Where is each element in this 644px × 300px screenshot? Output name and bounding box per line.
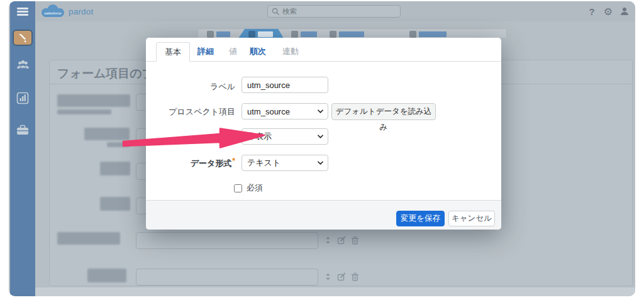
edit-icon[interactable]	[337, 272, 346, 281]
chevron-down-icon	[318, 135, 323, 138]
sidebar-item-reports[interactable]	[10, 92, 35, 104]
field-input-row	[136, 269, 318, 286]
chevron-down-icon	[318, 109, 323, 113]
help-icon[interactable]: ?	[585, 1, 599, 21]
left-sidebar	[10, 21, 35, 296]
tab-values[interactable]: 値	[229, 46, 237, 57]
required-checkbox-label: 必須	[247, 182, 263, 194]
tab-advanced[interactable]: 詳細	[197, 46, 214, 57]
data-format-label: データ形式*	[146, 158, 235, 169]
required-asterisk: *	[232, 158, 235, 164]
type-select[interactable]: 非表示	[242, 128, 328, 145]
blurred-label	[57, 109, 111, 114]
form-wizard-steps	[197, 28, 507, 38]
search-input[interactable]	[282, 8, 396, 15]
field-label-label: ラベル	[146, 81, 235, 92]
hamburger-menu-button[interactable]	[10, 1, 35, 21]
required-asterisk: *	[232, 131, 235, 138]
prospect-field-select[interactable]: utm_source	[242, 103, 328, 119]
required-checkbox-row: 必須	[234, 182, 263, 194]
blurred-label	[100, 197, 130, 211]
briefcase-icon	[16, 125, 29, 136]
pencil-icon	[18, 33, 28, 43]
row-actions	[324, 272, 359, 281]
app-window: salesforce pardot ? ⚙	[9, 1, 635, 296]
user-profile-icon[interactable]	[616, 1, 633, 21]
tab-progressive[interactable]: 順次	[250, 46, 266, 57]
top-navigation-bar: salesforce pardot ? ⚙	[9, 1, 635, 21]
dialog-footer: 変更を保存 キャンセル	[146, 200, 501, 230]
blurred-label	[57, 232, 120, 245]
prospect-field-label: プロスペクト項目	[146, 106, 235, 118]
row-actions	[324, 236, 359, 245]
type-label: 種別*	[146, 131, 235, 143]
pardot-wordmark: pardot	[69, 7, 93, 16]
sort-icon[interactable]	[324, 236, 332, 245]
chevron-down-icon	[318, 161, 323, 165]
form-field-properties-dialog: 基本 詳細 値 順次 連動 ラベル プロスペクト項目 utm_source デフ…	[146, 38, 501, 230]
field-input-row	[136, 232, 318, 249]
wizard-step-2-active[interactable]	[238, 29, 284, 38]
tab-dependents[interactable]: 連動	[282, 46, 299, 57]
tabbar-divider	[146, 61, 501, 62]
sort-icon[interactable]	[324, 272, 332, 281]
tab-basic[interactable]: 基本	[156, 42, 190, 62]
blurred-label	[57, 94, 130, 107]
trash-icon[interactable]	[351, 272, 359, 281]
blurred-label	[100, 162, 130, 175]
load-default-data-button[interactable]: デフォルトデータを読み込み	[331, 103, 436, 120]
save-changes-button[interactable]: 変更を保存	[396, 211, 445, 226]
global-search[interactable]	[267, 5, 401, 18]
salesforce-wordmark: salesforce	[44, 11, 62, 15]
edit-icon[interactable]	[337, 236, 346, 245]
blurred-label	[107, 142, 130, 147]
cancel-button[interactable]: キャンセル	[448, 211, 495, 226]
search-icon	[272, 8, 279, 15]
page-footer-area	[35, 287, 635, 296]
data-format-select[interactable]: テキスト	[242, 155, 328, 171]
blurred-label	[87, 269, 126, 282]
salesforce-cloud-icon: salesforce	[40, 4, 66, 18]
trash-icon[interactable]	[351, 236, 359, 245]
people-group-icon	[16, 59, 30, 70]
blurred-label	[84, 128, 130, 140]
sidebar-item-marketing[interactable]	[10, 125, 35, 136]
bar-chart-icon	[16, 92, 29, 104]
salesforce-pardot-logo: salesforce pardot	[40, 4, 93, 18]
label-input[interactable]	[242, 77, 328, 93]
required-checkbox[interactable]	[234, 184, 242, 192]
sidebar-item-content-active[interactable]	[13, 30, 33, 46]
sidebar-item-prospects[interactable]	[10, 59, 35, 70]
gear-icon[interactable]: ⚙	[601, 1, 616, 21]
